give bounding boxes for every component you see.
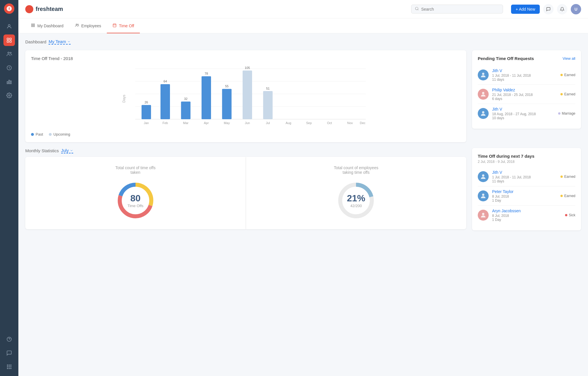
user-avatar[interactable]: U xyxy=(571,4,581,14)
tab-employees[interactable]: Employees xyxy=(69,19,107,33)
svg-rect-27 xyxy=(32,24,33,25)
svg-point-20 xyxy=(9,367,10,367)
svg-text:26: 26 xyxy=(144,101,148,104)
chart-card: Time Off Trend - 2018 Days xyxy=(25,50,466,142)
page-content: Dashboard My Team Time Off Trend - 2018 … xyxy=(18,33,588,376)
svg-text:Nov: Nov xyxy=(347,121,353,125)
svg-text:Sep: Sep xyxy=(306,121,312,125)
chart-area: Days 26 Jan xyxy=(31,65,461,129)
stats-grid: Total count of time offstaken xyxy=(25,157,466,229)
logo-icon xyxy=(25,5,33,13)
chart-title: Time Off Trend - 2018 xyxy=(31,56,461,61)
svg-text:78: 78 xyxy=(204,72,208,75)
sidebar-item-apps[interactable] xyxy=(3,361,15,373)
team-selector[interactable]: My Team xyxy=(49,39,71,45)
sidebar-item-help[interactable] xyxy=(3,333,15,345)
req-name-0[interactable]: Jith V xyxy=(492,68,557,73)
search-wrapper[interactable] xyxy=(411,5,503,14)
monthly-stats-section: Monthly Statistics July Total count of t… xyxy=(25,148,466,230)
next7-badge-2: Sick xyxy=(565,213,575,217)
svg-point-18 xyxy=(11,365,11,366)
badge-label-2: Marriage xyxy=(562,111,575,115)
search-input[interactable] xyxy=(421,7,479,11)
next7-badge-label-2: Sick xyxy=(569,213,575,217)
add-new-button[interactable]: + Add New xyxy=(511,5,540,14)
sidebar-item-chat[interactable] xyxy=(3,347,15,359)
req-name-2[interactable]: Jith V xyxy=(492,107,555,111)
svg-text:May: May xyxy=(224,121,230,125)
next7days-card: Time Off during next 7 days 2 Jul, 2018 … xyxy=(472,148,581,230)
bar-feb xyxy=(160,84,170,119)
svg-rect-6 xyxy=(10,41,11,43)
req-avatar-1 xyxy=(478,89,489,100)
app-logo[interactable]: f xyxy=(4,3,14,14)
tab-dashboard[interactable]: My Dashboard xyxy=(25,19,69,33)
next7-name-0[interactable]: Jith V xyxy=(492,170,557,175)
calendar-icon xyxy=(113,23,117,28)
grid-icon xyxy=(31,23,35,28)
svg-text:Jun: Jun xyxy=(245,121,250,125)
next7-days-1: 1 Day xyxy=(492,198,557,203)
legend-past-label: Past xyxy=(36,132,43,136)
tab-dashboard-label: My Dashboard xyxy=(37,24,63,28)
month-chevron-icon xyxy=(70,149,73,152)
sidebar-item-time[interactable] xyxy=(3,62,15,74)
svg-text:64: 64 xyxy=(163,80,167,83)
svg-point-71 xyxy=(482,174,484,177)
svg-text:Dec: Dec xyxy=(360,121,365,125)
svg-point-31 xyxy=(76,24,77,25)
legend-upcoming-label: Upcoming xyxy=(53,132,70,136)
svg-text:105: 105 xyxy=(245,66,250,70)
next7-badge-1: Earned xyxy=(560,194,575,198)
month-selector[interactable]: July xyxy=(61,148,74,153)
next7-badge-dot-0 xyxy=(560,176,563,178)
view-all-button[interactable]: View all xyxy=(562,56,575,61)
svg-text:Feb: Feb xyxy=(163,121,168,125)
req-name-1[interactable]: Philip Valdez xyxy=(492,88,557,92)
tab-employees-label: Employees xyxy=(81,24,101,28)
svg-rect-29 xyxy=(32,26,33,27)
legend-upcoming-dot xyxy=(49,133,52,136)
stat-employees-label: Total count of employeestaking time offs xyxy=(334,165,378,175)
next7-info-0: Jith V 1 Jul, 2018 - 11 Jul, 2018 11 day… xyxy=(492,170,557,183)
sidebar-item-dashboard[interactable] xyxy=(3,34,15,46)
bar-mar xyxy=(181,101,191,119)
svg-point-25 xyxy=(415,7,418,10)
req-badge-0: Earned xyxy=(560,73,575,77)
bar-jan xyxy=(142,105,151,119)
notifications-chat-button[interactable] xyxy=(543,4,554,14)
tab-timeoff-label: Time Off xyxy=(119,24,134,28)
svg-text:Mar: Mar xyxy=(183,121,189,125)
svg-line-26 xyxy=(418,9,419,10)
req-dates-2: 18 Aug, 2018 - 27 Aug, 2018 xyxy=(492,112,555,116)
stat-timeoffs-label: Total count of time offstaken xyxy=(115,165,156,175)
svg-text:Jan: Jan xyxy=(144,121,149,125)
sidebar-item-user[interactable] xyxy=(3,21,15,32)
next7-badge-dot-2 xyxy=(565,214,567,216)
next7-name-2[interactable]: Aryn Jacobssen xyxy=(492,209,562,213)
next7-avatar-0 xyxy=(478,171,489,182)
bar-jul xyxy=(263,91,273,119)
brand-logo: freshteam xyxy=(25,5,63,13)
badge-label-1: Earned xyxy=(564,92,575,96)
sidebar-item-people[interactable] xyxy=(3,48,15,60)
team-selector-label: My Team xyxy=(49,39,66,44)
pending-requests-card: Pending Time Off Requests View all Jith … xyxy=(472,50,581,129)
req-days-1: 6 days xyxy=(492,97,557,101)
main-content: freshteam + Add New U xyxy=(18,0,588,376)
pending-request-item-2: Jith V 18 Aug, 2018 - 27 Aug, 2018 10 da… xyxy=(478,104,575,123)
chevron-down-icon xyxy=(67,40,71,43)
svg-rect-12 xyxy=(10,81,11,84)
sidebar-item-chart[interactable] xyxy=(3,76,15,87)
req-days-0: 11 days xyxy=(492,78,557,82)
badge-label-0: Earned xyxy=(564,73,575,77)
next7-item-1: Peter Taylor 8 Jul, 2018 1 Day Earned xyxy=(478,186,575,206)
stats-title: Monthly Statistics xyxy=(25,148,59,153)
stat-total-employees: Total count of employeestaking time offs… xyxy=(246,157,467,229)
sidebar-item-settings[interactable] xyxy=(3,90,15,101)
next7-name-1[interactable]: Peter Taylor xyxy=(492,189,557,194)
svg-point-8 xyxy=(10,52,11,53)
notifications-bell-button[interactable] xyxy=(557,4,567,14)
svg-rect-5 xyxy=(7,41,9,43)
tab-timeoff[interactable]: Time Off xyxy=(107,19,140,33)
